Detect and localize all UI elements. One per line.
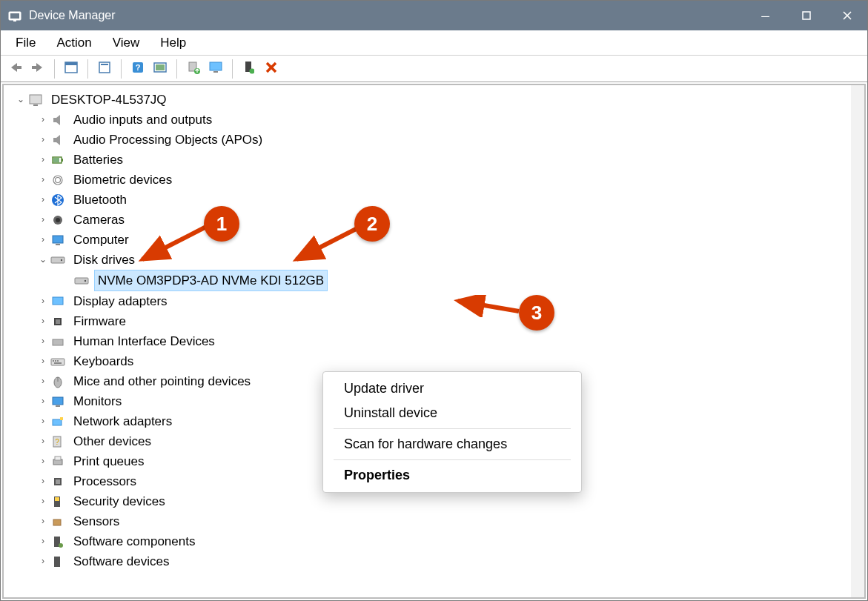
annotation-arrow-3 <box>451 295 525 317</box>
chevron-right-icon[interactable]: › <box>36 491 50 511</box>
chevron-right-icon[interactable]: › <box>36 351 50 371</box>
svg-rect-13 <box>156 64 165 70</box>
ctx-separator <box>334 459 571 460</box>
chevron-right-icon[interactable]: › <box>36 311 50 331</box>
window-title: Device Manager <box>29 9 745 22</box>
chevron-right-icon[interactable]: › <box>36 511 50 531</box>
chevron-right-icon[interactable]: › <box>36 431 50 451</box>
chevron-right-icon[interactable]: › <box>36 551 50 571</box>
tree-item-audio-apo[interactable]: ›Audio Processing Objects (APOs) <box>7 130 848 150</box>
tree-item-label: Other devices <box>70 431 154 451</box>
sensor-icon <box>50 514 66 530</box>
software-icon <box>50 554 66 570</box>
computer-icon <box>27 92 44 108</box>
tree-item-label: Processors <box>70 471 139 491</box>
tree-item-keyboards[interactable]: ›Keyboards <box>7 351 848 371</box>
cpu-icon <box>50 474 66 490</box>
ctx-separator <box>334 428 571 429</box>
tree-item-label: Cameras <box>70 210 127 230</box>
svg-rect-36 <box>53 297 63 305</box>
scrollbar[interactable] <box>851 85 864 597</box>
chip-icon <box>50 313 66 330</box>
device-tree[interactable]: ⌄ DESKTOP-4L537JQ ›Audio inputs and outp… <box>4 85 851 597</box>
svg-text:?: ? <box>136 63 141 72</box>
svg-rect-3 <box>803 12 810 19</box>
chevron-right-icon[interactable]: › <box>36 331 50 351</box>
tree-item-disk-nvme[interactable]: NVMe OM3PDP3-AD NVMe KDI 512GB <box>7 270 848 291</box>
device-manager-window: Device Manager ─ File Action View Help ?… <box>0 0 868 601</box>
svg-rect-41 <box>53 360 54 362</box>
network-icon <box>50 414 66 430</box>
content-area: ⌄ DESKTOP-4L537JQ ›Audio inputs and outp… <box>2 84 866 599</box>
tree-item-security[interactable]: ›Security devices <box>7 491 848 511</box>
uninstall-toolbar-button[interactable] <box>205 59 226 79</box>
minimize-button[interactable]: ─ <box>745 1 786 30</box>
chevron-right-icon[interactable]: › <box>36 150 50 170</box>
show-hidden-button[interactable] <box>61 59 82 79</box>
unknown-device-icon: ? <box>50 434 66 450</box>
app-icon <box>8 9 21 22</box>
menu-view[interactable]: View <box>104 33 149 53</box>
menu-file[interactable]: File <box>7 33 44 53</box>
chevron-right-icon[interactable]: › <box>36 230 50 250</box>
tree-item-biometric[interactable]: ›Biometric devices <box>7 170 848 190</box>
tree-item-audio-io[interactable]: ›Audio inputs and outputs <box>7 110 848 130</box>
close-button[interactable] <box>826 1 867 30</box>
chevron-right-icon[interactable]: › <box>36 291 50 311</box>
svg-line-63 <box>142 226 208 259</box>
chevron-right-icon[interactable]: › <box>36 391 50 411</box>
tree-item-bluetooth[interactable]: ›Bluetooth <box>7 190 848 210</box>
svg-point-61 <box>59 543 63 548</box>
update-driver-toolbar-button[interactable] <box>183 59 204 79</box>
toolbar-separator <box>232 59 233 79</box>
tree-item-sensors[interactable]: ›Sensors <box>7 511 848 531</box>
chevron-right-icon[interactable]: › <box>36 471 50 491</box>
annotation-badge-2: 2 <box>354 206 390 242</box>
chevron-right-icon[interactable]: › <box>36 170 50 190</box>
chevron-right-icon[interactable]: › <box>36 371 50 391</box>
tree-item-display-adapters[interactable]: ›Display adapters <box>7 291 848 311</box>
enable-toolbar-button[interactable] <box>239 59 259 79</box>
chevron-right-icon[interactable]: › <box>36 411 50 431</box>
camera-icon <box>50 212 66 228</box>
chevron-down-icon[interactable]: ⌄ <box>36 250 50 270</box>
tree-item-label: Software devices <box>70 551 172 571</box>
help-toolbar-button[interactable]: ? <box>127 59 148 79</box>
chevron-right-icon[interactable]: › <box>36 531 50 551</box>
scan-toolbar-button[interactable] <box>150 59 170 79</box>
annotation-badge-3: 3 <box>519 295 554 331</box>
svg-rect-20 <box>30 95 42 104</box>
svg-rect-34 <box>75 278 88 284</box>
forward-button[interactable] <box>27 59 48 79</box>
tree-item-soft-devices[interactable]: ›Software devices <box>7 551 848 571</box>
menu-help[interactable]: Help <box>151 33 195 53</box>
chevron-right-icon[interactable]: › <box>36 110 50 130</box>
properties-toolbar-button[interactable] <box>94 59 115 79</box>
back-button[interactable] <box>5 59 26 79</box>
fingerprint-icon <box>50 172 66 188</box>
tree-item-batteries[interactable]: ›Batteries <box>7 150 848 170</box>
svg-rect-47 <box>53 397 63 405</box>
ctx-scan-hardware[interactable]: Scan for hardware changes <box>323 432 581 456</box>
chevron-right-icon[interactable]: › <box>36 210 50 230</box>
disable-toolbar-button[interactable] <box>261 59 282 79</box>
tree-item-label: Firmware <box>70 311 129 331</box>
menu-action[interactable]: Action <box>47 33 100 53</box>
maximize-icon <box>802 10 811 22</box>
ctx-properties[interactable]: Properties <box>323 463 581 488</box>
tree-root[interactable]: ⌄ DESKTOP-4L537JQ <box>7 90 848 110</box>
chevron-right-icon[interactable]: › <box>36 130 50 150</box>
chevron-down-icon[interactable]: ⌄ <box>14 90 27 110</box>
ctx-update-driver[interactable]: Update driver <box>323 376 581 401</box>
tree-item-soft-components[interactable]: ›Software components <box>7 531 848 551</box>
tree-item-label: Computer <box>70 230 132 250</box>
tree-item-firmware[interactable]: ›Firmware <box>7 311 848 331</box>
tree-item-hid[interactable]: ›Human Interface Devices <box>7 331 848 351</box>
chevron-right-icon[interactable]: › <box>36 451 50 471</box>
maximize-button[interactable] <box>786 1 826 30</box>
chevron-right-icon[interactable]: › <box>36 190 50 210</box>
annotation-badge-1: 1 <box>204 206 239 242</box>
ctx-uninstall[interactable]: Uninstall device <box>323 401 581 425</box>
keyboard-icon <box>50 353 66 370</box>
scan-icon <box>153 62 167 76</box>
